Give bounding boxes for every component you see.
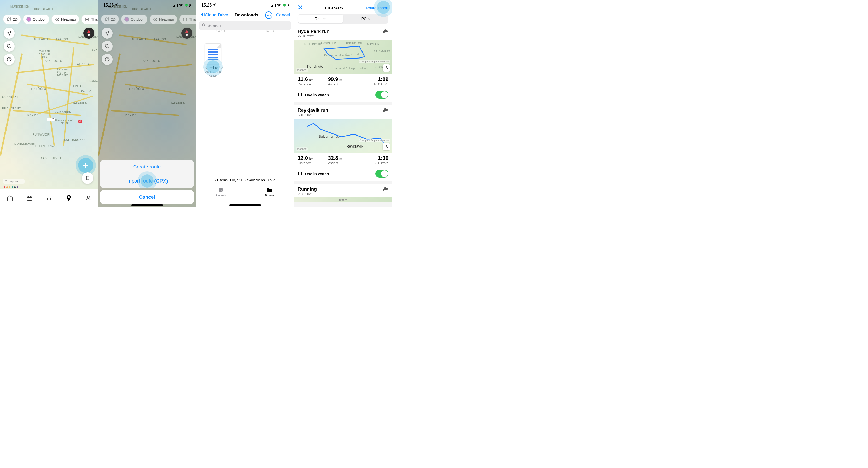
cancel-button[interactable]: Cancel <box>100 190 194 204</box>
mapbox-logo: mapbox <box>296 68 308 72</box>
color-indicator <box>4 187 18 188</box>
nav-profile[interactable] <box>85 195 92 201</box>
nav-calendar[interactable] <box>26 195 33 201</box>
route-map-thumbnail: NOTTING HILL BAYSWATER PADDINGTON MAYFAI… <box>294 40 392 74</box>
partial-row-meta: 14 KB 14 KB <box>196 29 294 33</box>
svg-marker-33 <box>105 18 108 21</box>
svg-rect-43 <box>274 4 274 7</box>
map-icon <box>6 17 11 22</box>
bookmark-button[interactable] <box>82 172 93 184</box>
map-icon <box>104 17 109 22</box>
watch-toggle[interactable] <box>375 170 389 177</box>
tab-bar: Recents Browse <box>196 185 294 202</box>
file-size: 64 KB <box>201 74 225 78</box>
chip-outdoor: Outdoor <box>121 14 147 24</box>
watch-icon <box>298 92 302 98</box>
chip-2d[interactable]: 2D <box>3 14 21 24</box>
route-title: Hyde Park run <box>298 29 330 34</box>
more-button[interactable] <box>265 11 272 19</box>
tab-recents[interactable]: Recents <box>215 187 226 197</box>
map-label: HAKANIEMI <box>72 102 89 105</box>
compass-button[interactable] <box>83 28 94 39</box>
search-input[interactable]: Search <box>199 21 291 30</box>
chip-heatmap[interactable]: Heatmap <box>52 14 80 24</box>
shoe-icon <box>381 28 389 35</box>
svg-rect-47 <box>288 4 288 6</box>
route-title: Running <box>298 187 317 192</box>
road-badge: 4 <box>79 120 82 123</box>
routes-list[interactable]: Hyde Park run 29.10.2021 NOTTING HILL BA… <box>294 26 392 207</box>
mapbox-attribution: ©mapbox i <box>3 179 25 184</box>
page-title: LIBRARY <box>325 6 344 10</box>
battery-icon <box>184 4 191 7</box>
map-label: MUNKKISAARI <box>14 142 35 145</box>
watch-label: Use in watch <box>305 93 329 97</box>
chip-period[interactable]: 365 This year <box>81 14 98 24</box>
svg-rect-54 <box>299 172 302 175</box>
svg-rect-27 <box>174 5 175 7</box>
map-label: HUOPALAHTI <box>34 8 53 11</box>
back-button[interactable]: iCloud Drive <box>200 12 228 18</box>
close-button[interactable] <box>298 4 303 11</box>
home-indicator[interactable] <box>229 204 261 206</box>
route-card[interactable]: Running 20.8.2021 849 m <box>294 184 392 202</box>
map-label: KAIVOPUISTO <box>40 157 61 160</box>
home-indicator[interactable] <box>131 204 163 206</box>
map-label: Meilahti hospital area <box>35 49 54 58</box>
tap-indicator-icon <box>207 60 220 73</box>
status-bar: 15.25 <box>98 0 196 10</box>
import-route-button[interactable]: Import route (GPX) <box>100 174 194 188</box>
map-label: ALPPILA <box>77 63 90 66</box>
svg-rect-28 <box>176 4 177 7</box>
watch-toggle[interactable] <box>375 91 389 99</box>
create-route-button[interactable]: Create route <box>100 160 194 174</box>
search-button[interactable] <box>4 41 14 52</box>
info-button[interactable] <box>4 54 14 65</box>
nav-stats[interactable] <box>46 195 53 201</box>
info-icon[interactable]: i <box>19 179 23 183</box>
route-card[interactable]: Hyde Park run 29.10.2021 NOTTING HILL BA… <box>294 26 392 102</box>
chip-label: Heatmap <box>61 17 76 22</box>
seg-routes[interactable]: Routes <box>298 14 343 23</box>
chip-period: This year <box>179 14 196 24</box>
map-label: LAAKSO <box>56 38 68 41</box>
map-label: PUNAVUORI <box>33 133 51 136</box>
svg-line-12 <box>10 47 11 48</box>
map-label: KALLIO <box>81 90 92 93</box>
map-label: MUNKKINIEMI <box>10 5 31 8</box>
tab-browse[interactable]: Browse <box>265 187 275 197</box>
cancel-button[interactable]: Cancel <box>276 12 290 18</box>
map-attribution: © Mapbox / OpenStreetMap <box>359 60 390 63</box>
nav-home[interactable] <box>6 195 13 201</box>
map-label: RUOHOLAHTI <box>2 107 22 110</box>
share-button[interactable] <box>383 143 390 151</box>
files-grid[interactable]: 14 KB 14 KB shared-route 26.11.2020 64 K… <box>196 30 294 176</box>
locate-button[interactable] <box>4 28 14 39</box>
add-button[interactable] <box>78 158 93 173</box>
svg-point-25 <box>87 196 89 198</box>
map-label: LINJAT <box>73 85 83 88</box>
map-label: University of Helsinki <box>55 119 73 125</box>
seg-pois[interactable]: POIs <box>343 14 388 23</box>
stat-label: Ascent <box>328 82 358 86</box>
svg-point-15 <box>9 58 9 59</box>
chip-outdoor[interactable]: Outdoor <box>23 14 50 24</box>
route-date: 6.10.2021 <box>298 113 328 117</box>
share-button[interactable] <box>383 64 390 72</box>
layer-icon <box>26 17 31 22</box>
route-import-button[interactable]: Route import <box>366 5 389 10</box>
action-sheet: Create route Import route (GPX) Cancel <box>100 160 194 204</box>
file-item[interactable]: shared-route 26.11.2020 64 KB <box>201 43 225 78</box>
storage-footer: 21 items, 113,77 GB available on iCloud <box>196 176 294 185</box>
battery-icon <box>282 4 289 7</box>
eye-off-icon <box>55 17 60 22</box>
nav-location[interactable] <box>65 195 72 201</box>
route-card[interactable]: Reykjavik run 6.10.2021 Seltjarnarnes Re… <box>294 105 392 181</box>
chip-label: This year <box>91 17 98 22</box>
svg-line-37 <box>108 47 109 48</box>
route-title: Reykjavik run <box>298 108 328 113</box>
info-button <box>102 54 113 65</box>
svg-line-49 <box>205 26 205 26</box>
stat-label: 10.0 km/h <box>358 82 389 86</box>
shoe-icon <box>381 186 389 193</box>
